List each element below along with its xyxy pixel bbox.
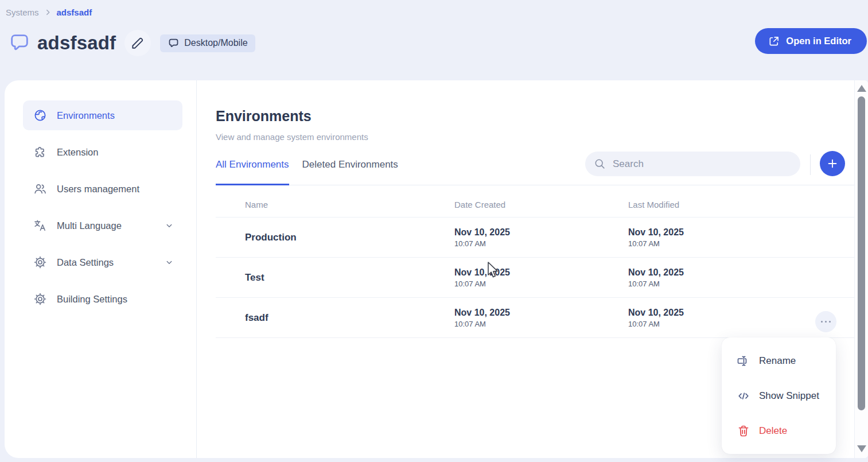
environments-table: Name Date Created Last Modified Producti… (216, 192, 854, 338)
time-modified: 10:07 AM (628, 239, 854, 248)
open-in-editor-button[interactable]: Open in Editor (755, 28, 867, 54)
menu-item-label: Rename (759, 355, 796, 367)
translate-icon (33, 219, 47, 232)
date-created-cell: Nov 10, 2025 10:07 AM (454, 267, 628, 288)
breadcrumb-systems[interactable]: Systems (6, 7, 39, 17)
time-created: 10:07 AM (454, 239, 628, 248)
sidebar-item-environments[interactable]: Environments (23, 100, 182, 130)
scrollbar (854, 80, 868, 458)
chevron-right-icon (44, 9, 52, 16)
tab-all-environments[interactable]: All Environments (216, 156, 289, 185)
gear-icon (33, 292, 47, 306)
page-header: adsfsadf Desktop/Mobile (8, 30, 255, 56)
date-created-cell: Nov 10, 2025 10:07 AM (454, 308, 628, 328)
gear-icon (33, 255, 47, 269)
scroll-up-arrow[interactable] (857, 85, 866, 92)
sidebar-item-label: Users management (57, 184, 174, 195)
search-input[interactable] (613, 158, 791, 170)
date-modified: Nov 10, 2025 (628, 267, 854, 278)
table-row[interactable]: Production Nov 10, 2025 10:07 AM Nov 10,… (216, 218, 854, 258)
open-in-editor-label: Open in Editor (786, 36, 851, 46)
edit-title-button[interactable] (124, 30, 151, 56)
scroll-down-arrow[interactable] (857, 445, 866, 452)
page-title: adsfsadf (37, 32, 116, 54)
sidebar-item-users-management[interactable]: Users management (23, 174, 182, 204)
menu-item-rename[interactable]: Rename (722, 343, 836, 378)
chat-bubble-icon (168, 37, 180, 49)
table-row[interactable]: Test Nov 10, 2025 10:07 AM Nov 10, 2025 … (216, 258, 854, 298)
last-modified-cell: Nov 10, 2025 10:07 AM (628, 227, 854, 248)
date-created: Nov 10, 2025 (454, 227, 628, 238)
add-environment-button[interactable] (820, 151, 845, 176)
users-icon (33, 182, 47, 196)
date-modified: Nov 10, 2025 (628, 227, 854, 238)
tab-bar: All Environments Deleted Environments (216, 156, 854, 185)
menu-item-label: Delete (759, 425, 787, 437)
time-created: 10:07 AM (454, 279, 628, 288)
plus-icon (826, 157, 839, 170)
sidebar-item-extension[interactable]: Extension (23, 137, 182, 167)
breadcrumb: Systems adsfsadf (6, 7, 92, 17)
app-root: Systems adsfsadf adsfsadf (0, 0, 868, 462)
rename-icon (737, 354, 750, 368)
menu-item-label: Show Snippet (759, 390, 819, 402)
section-subtitle: View and manage system environments (216, 132, 854, 142)
ellipsis-icon (821, 321, 823, 323)
section-title: Environments (216, 108, 854, 125)
row-context-menu: Rename Show Snippet Delete (722, 337, 836, 454)
code-icon (737, 389, 750, 403)
sidebar-item-label: Building Settings (57, 294, 174, 305)
date-created-cell: Nov 10, 2025 10:07 AM (454, 227, 628, 248)
sidebar-item-label: Multi Language (57, 220, 154, 231)
platform-badge-label: Desktop/Mobile (184, 38, 247, 48)
search-box (585, 152, 800, 176)
menu-item-show-snippet[interactable]: Show Snippet (722, 378, 836, 413)
sidebar-item-building-settings[interactable]: Building Settings (23, 284, 182, 314)
table-row[interactable]: fsadf Nov 10, 2025 10:07 AM Nov 10, 2025… (216, 298, 854, 338)
sidebar-item-data-settings[interactable]: Data Settings (23, 247, 182, 277)
time-created: 10:07 AM (454, 320, 628, 328)
sidebar-item-label: Extension (57, 147, 174, 158)
globe-icon (33, 108, 47, 122)
platform-badge: Desktop/Mobile (160, 34, 255, 52)
scrollbar-thumb[interactable] (858, 96, 865, 410)
row-actions-button[interactable] (815, 311, 836, 332)
chevron-down-icon (164, 220, 174, 231)
last-modified-cell: Nov 10, 2025 10:07 AM (628, 267, 854, 288)
environment-name: Production (245, 232, 454, 243)
external-link-icon (768, 36, 780, 47)
breadcrumb-current[interactable]: adsfsadf (57, 7, 92, 17)
column-header-name: Name (245, 200, 454, 209)
divider (810, 154, 811, 175)
sidebar-item-label: Data Settings (57, 257, 154, 268)
date-created: Nov 10, 2025 (454, 308, 628, 318)
time-modified: 10:07 AM (628, 279, 854, 288)
sidebar-item-label: Environments (57, 110, 174, 121)
environment-name: fsadf (245, 312, 454, 324)
pencil-icon (130, 36, 145, 51)
environment-name: Test (245, 272, 454, 284)
table-header-row: Name Date Created Last Modified (216, 192, 854, 218)
sidebar: Environments Extension (5, 80, 197, 458)
column-header-last-modified: Last Modified (628, 200, 854, 209)
chevron-down-icon (164, 257, 174, 267)
trash-icon (737, 424, 750, 438)
date-created: Nov 10, 2025 (454, 267, 628, 278)
tab-deleted-environments[interactable]: Deleted Environments (302, 156, 398, 185)
sidebar-item-multi-language[interactable]: Multi Language (23, 211, 182, 240)
column-header-date-created: Date Created (454, 200, 628, 209)
chat-bubble-icon (8, 32, 31, 55)
menu-item-delete[interactable]: Delete (722, 413, 836, 448)
search-icon (594, 158, 606, 170)
puzzle-icon (33, 145, 47, 159)
